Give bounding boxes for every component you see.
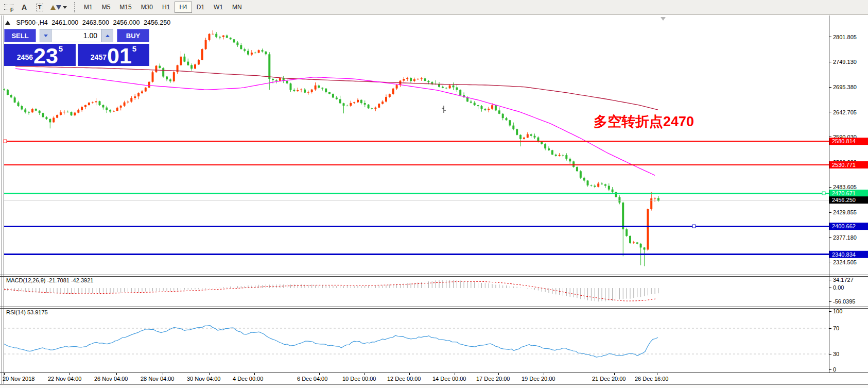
candle [201, 49, 203, 60]
volume-increase-button[interactable] [101, 29, 113, 42]
candle [488, 109, 490, 110]
candle [215, 34, 217, 37]
candle [498, 110, 500, 114]
candle [247, 51, 249, 55]
line-handle[interactable] [822, 192, 825, 195]
text-icon: A [22, 3, 27, 11]
quote-high: 2463.500 [82, 19, 109, 26]
candle [230, 38, 232, 39]
quote-open: 2461.000 [51, 19, 78, 26]
candle [92, 103, 94, 103]
candle [35, 109, 37, 110]
candle [516, 129, 518, 135]
timeframe-w1[interactable]: W1 [209, 2, 228, 13]
arrows-tool-button[interactable] [48, 1, 69, 13]
candle [555, 155, 557, 156]
candle [240, 45, 242, 49]
candle [102, 105, 104, 108]
chart-shift-marker-icon[interactable] [661, 17, 666, 21]
candle [527, 134, 529, 138]
candle [145, 88, 147, 91]
price-tick-label: 2483.605 [833, 184, 857, 190]
candle [378, 104, 380, 108]
arrows-icon [50, 5, 61, 10]
timeframe-m1[interactable]: M1 [79, 2, 97, 13]
buy-price-sup: 5 [132, 44, 136, 53]
text-label-tool-button[interactable]: T [33, 1, 46, 13]
candle [559, 155, 561, 156]
candle [265, 52, 267, 54]
candle [576, 167, 578, 171]
candle [10, 95, 12, 97]
quote-close: 2456.250 [144, 19, 170, 26]
candle [410, 78, 412, 81]
candle [304, 90, 306, 93]
chart-canvas[interactable]: 2801.8052749.1302695.3802642.7052590.030… [0, 15, 868, 388]
candle [406, 78, 408, 79]
candle [279, 78, 281, 81]
line-handle[interactable] [4, 140, 7, 143]
timeframe-d1[interactable]: D1 [192, 2, 209, 13]
timeframe-h4[interactable]: H4 [175, 2, 192, 13]
buy-price-panel[interactable]: 2457 01 5 [78, 44, 149, 66]
rsi-panel [4, 326, 829, 357]
candle [236, 43, 238, 45]
candle [353, 102, 355, 103]
rsi-axis-label: 0 [833, 366, 836, 373]
candle [124, 103, 126, 106]
candle [137, 93, 140, 96]
buy-price-small: 2457 [91, 53, 107, 61]
time-label: 6 Dec 04:00 [297, 376, 327, 382]
timeframe-m15[interactable]: M15 [115, 2, 136, 13]
macd-panel [4, 280, 658, 302]
sell-price-panel[interactable]: 2456 23 5 [4, 44, 76, 66]
candle [226, 36, 228, 38]
candle [325, 89, 327, 92]
candle [293, 90, 295, 91]
candle [640, 244, 642, 248]
sell-button[interactable]: SELL [4, 29, 36, 42]
candle [328, 92, 331, 94]
candle [346, 106, 348, 106]
candle [583, 178, 585, 181]
candle [212, 34, 214, 35]
time-label: 20 Nov 2018 [3, 376, 34, 382]
candle [155, 66, 157, 73]
chevron-down-icon [63, 6, 67, 9]
candle [169, 79, 171, 81]
fibonacci-tool-button[interactable]: F [2, 1, 15, 13]
volume-field[interactable]: 1.00 [51, 29, 101, 42]
candle [608, 186, 610, 190]
level-price-label-text: 2470.671 [832, 190, 856, 196]
volume-decrease-button[interactable] [40, 29, 51, 42]
candle [644, 247, 646, 249]
candle [77, 110, 79, 112]
timeframe-m5[interactable]: M5 [97, 2, 115, 13]
price-tick-label: 2377.180 [833, 234, 857, 241]
macd-signal-line [4, 281, 656, 301]
timeframe-m30[interactable]: M30 [136, 2, 158, 13]
candle [350, 103, 352, 106]
toolbar: F A T M1M5M15M30H1H4D1W1MN [0, 0, 868, 15]
sell-price-sup: 5 [59, 44, 63, 53]
buy-button[interactable]: BUY [117, 29, 149, 42]
time-label: 10 Dec 00:00 [342, 376, 376, 382]
candle [120, 106, 122, 108]
candle [318, 86, 320, 88]
line-handle[interactable] [692, 225, 696, 228]
candle [88, 103, 90, 105]
candle [180, 57, 182, 65]
candle [99, 102, 101, 106]
candle [39, 111, 41, 113]
candle [477, 105, 479, 106]
candle [654, 198, 656, 199]
timeframe-mn[interactable]: MN [228, 2, 247, 13]
candle [219, 37, 221, 38]
candle [495, 105, 497, 110]
text-tool-button[interactable]: A [18, 1, 31, 13]
candle [106, 108, 108, 110]
candle [396, 85, 398, 89]
chart-annotation-text: 多空转折点2470 [594, 112, 694, 131]
timeframe-h1[interactable]: H1 [158, 2, 175, 13]
quote-low: 2456.000 [113, 19, 140, 26]
